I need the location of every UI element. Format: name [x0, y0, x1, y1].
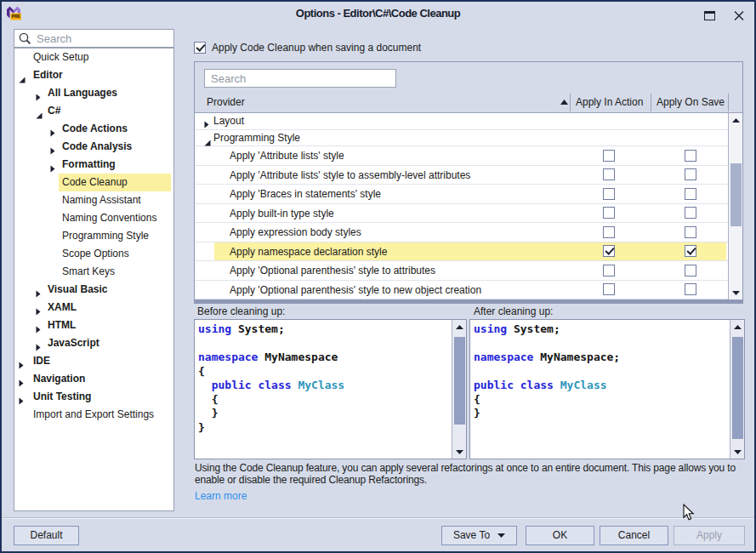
apply-on-save-checkbox[interactable]	[685, 150, 696, 162]
item-row-label: Apply 'Optional parenthesis' style to at…	[230, 261, 435, 281]
apply-in-action-checkbox[interactable]	[603, 245, 615, 257]
row-collapsed-icon[interactable]	[204, 117, 211, 124]
tree-item-xaml[interactable]: XAML	[14, 299, 173, 316]
tree-collapsed-icon[interactable]	[19, 375, 26, 383]
apply-in-action-checkbox[interactable]	[603, 283, 615, 295]
cancel-button[interactable]: Cancel	[600, 526, 668, 545]
before-code-panel: using System; namespace MyNamespace{ pub…	[194, 319, 467, 459]
tree-collapsed-icon[interactable]	[50, 143, 57, 151]
tree-item-c-[interactable]: C#	[14, 102, 173, 120]
tree-item-scope-options[interactable]: Scope Options	[14, 245, 173, 263]
item-row-label: Apply 'Braces in statements' style	[230, 185, 381, 204]
column-header-provider[interactable]: Provider	[207, 92, 245, 112]
apply-in-action-checkbox[interactable]	[603, 188, 615, 200]
apply-on-save-checkbox[interactable]	[685, 168, 696, 180]
tree-item-code-analysis[interactable]: Code Analysis	[14, 138, 173, 156]
apply-on-save-checkbox[interactable]	[685, 226, 696, 238]
tree-item-visual-basic[interactable]: Visual Basic	[14, 281, 173, 299]
grid-row-programming-style[interactable]: Programming Style	[195, 130, 728, 147]
row-expanded-icon[interactable]	[204, 135, 211, 142]
apply-code-cleanup-checkbox[interactable]	[194, 42, 206, 54]
scroll-down-button[interactable]	[730, 286, 742, 299]
grid-vertical-scrollbar[interactable]	[728, 113, 742, 299]
grid-row-apply-attribute-lists-style-to-assembly-level-attributes[interactable]: Apply 'Attribute lists' style to assembl…	[195, 166, 728, 185]
tree-item-quick-setup[interactable]: Quick Setup	[14, 48, 173, 66]
close-button[interactable]	[731, 9, 747, 22]
column-header-apply-in-action[interactable]: Apply In Action	[576, 92, 643, 112]
tree-item-label: Naming Conventions	[62, 209, 156, 227]
tree-item-unit-testing[interactable]: Unit Testing	[14, 388, 173, 406]
grid-search-input[interactable]	[205, 70, 395, 87]
grid-row-apply-expression-body-styles[interactable]: Apply expression body styles	[195, 223, 728, 242]
sidebar-search-input[interactable]	[37, 31, 186, 46]
tree-collapsed-icon[interactable]	[50, 125, 57, 133]
tree-item-html[interactable]: HTML	[14, 316, 173, 334]
tree-collapsed-icon[interactable]	[50, 161, 57, 168]
grid-row-apply-braces-in-statements-style[interactable]: Apply 'Braces in statements' style	[195, 185, 728, 204]
maximize-button[interactable]	[702, 9, 717, 22]
apply-on-save-checkbox[interactable]	[685, 265, 696, 276]
item-row-label: Apply 'Attribute lists' style to assembl…	[230, 166, 470, 185]
apply-on-save-checkbox[interactable]	[685, 245, 696, 257]
tree-item-naming-conventions[interactable]: Naming Conventions	[14, 209, 173, 227]
apply-in-action-checkbox[interactable]	[603, 168, 615, 180]
apply-in-action-checkbox[interactable]	[603, 207, 615, 219]
titlebar[interactable]: PRE Options - Editor\C#\Code Cleanup	[2, 2, 754, 26]
tree-item-editor[interactable]: Editor	[14, 66, 173, 84]
item-row-label: Apply namespace declaration style	[230, 242, 387, 262]
tree-collapsed-icon[interactable]	[36, 322, 43, 329]
apply-in-action-checkbox[interactable]	[603, 265, 615, 276]
tree-item-ide[interactable]: IDE	[14, 352, 173, 370]
scroll-up-button[interactable]	[731, 320, 744, 334]
grid-row-apply-built-in-type-style[interactable]: Apply built-in type style	[195, 204, 728, 224]
tree-item-programming-style[interactable]: Programming Style	[14, 227, 173, 245]
tree-item-code-cleanup[interactable]: Code Cleanup	[14, 174, 173, 191]
tree-item-code-actions[interactable]: Code Actions	[14, 120, 173, 138]
scroll-up-button[interactable]	[730, 113, 742, 127]
tree-item-label: HTML	[48, 316, 76, 334]
save-to-button[interactable]: Save To	[441, 526, 517, 545]
scrollbar-thumb[interactable]	[730, 163, 742, 226]
tree-collapsed-icon[interactable]	[36, 304, 43, 311]
learn-more-link[interactable]: Learn more	[195, 490, 247, 502]
scroll-down-button[interactable]	[731, 445, 744, 459]
scrollbar-thumb[interactable]	[732, 337, 743, 439]
apply-in-action-checkbox[interactable]	[603, 226, 615, 238]
scroll-down-button[interactable]	[453, 445, 466, 459]
tree-item-label: Import and Export Settings	[33, 406, 154, 424]
options-dialog: PRE Options - Editor\C#\Code Cleanup Qui…	[0, 0, 756, 553]
after-panel-scrollbar[interactable]	[730, 320, 744, 459]
tree-collapsed-icon[interactable]	[36, 286, 43, 294]
tree-item-smart-keys[interactable]: Smart Keys	[14, 263, 173, 281]
tree-item-javascript[interactable]: JavaScript	[14, 334, 173, 352]
tree-collapsed-icon[interactable]	[36, 89, 43, 97]
tree-expanded-icon[interactable]	[19, 71, 26, 79]
footer-separator	[2, 517, 754, 519]
apply-in-action-checkbox[interactable]	[603, 150, 615, 162]
scroll-up-button[interactable]	[453, 320, 466, 334]
grid-row-apply-optional-parenthesis-style-to-new-object-creation[interactable]: Apply 'Optional parenthesis' style to ne…	[195, 281, 728, 300]
grid-row-apply-namespace-declaration-style[interactable]: Apply namespace declaration style	[195, 242, 728, 262]
apply-on-save-checkbox[interactable]	[685, 283, 696, 295]
item-row-label: Apply built-in type style	[230, 204, 334, 224]
grid-row-apply-optional-parenthesis-style-to-attributes[interactable]: Apply 'Optional parenthesis' style to at…	[195, 261, 728, 281]
tree-collapsed-icon[interactable]	[36, 339, 43, 347]
ok-button[interactable]: OK	[526, 526, 594, 545]
window-title: Options - Editor\C#\Code Cleanup	[2, 2, 754, 26]
column-header-apply-on-save[interactable]: Apply On Save	[657, 92, 725, 112]
tree-collapsed-icon[interactable]	[19, 393, 26, 401]
tree-item-naming-assistant[interactable]: Naming Assistant	[14, 191, 173, 209]
apply-on-save-checkbox[interactable]	[685, 207, 696, 219]
scrollbar-thumb[interactable]	[454, 337, 465, 425]
tree-collapsed-icon[interactable]	[19, 357, 26, 365]
default-button[interactable]: Default	[14, 526, 79, 545]
grid-row-layout[interactable]: Layout	[195, 113, 728, 130]
grid-row-apply-attribute-lists-style[interactable]: Apply 'Attribute lists' style	[195, 146, 728, 166]
tree-expanded-icon[interactable]	[36, 107, 43, 115]
tree-item-import-and-export-settings[interactable]: Import and Export Settings	[14, 406, 173, 424]
tree-item-navigation[interactable]: Navigation	[14, 370, 173, 388]
before-panel-scrollbar[interactable]	[452, 320, 466, 459]
apply-on-save-checkbox[interactable]	[685, 188, 696, 200]
tree-item-formatting[interactable]: Formatting	[14, 156, 173, 174]
tree-item-all-languages[interactable]: All Languages	[14, 84, 173, 102]
